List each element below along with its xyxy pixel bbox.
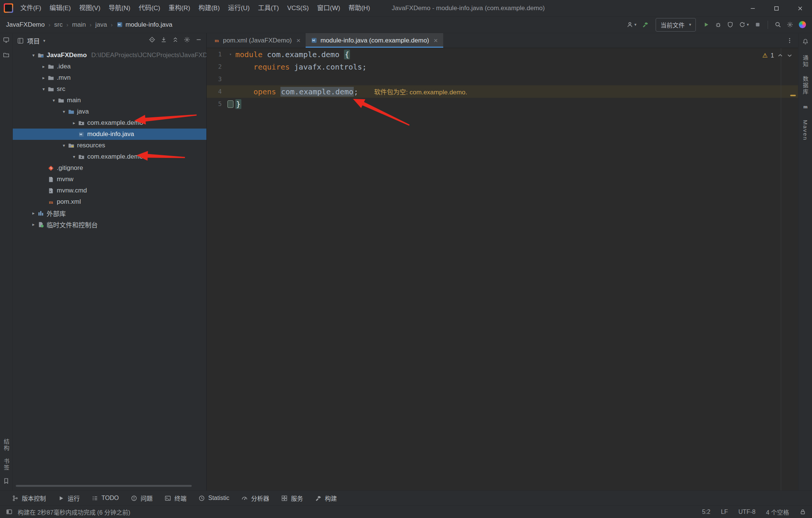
tree-toggle-icon[interactable]: ▸ [29,222,38,227]
build-project-button[interactable] [642,21,648,28]
breadcrumb-item[interactable]: java [95,21,107,29]
tool-window-button[interactable]: 终端 [159,494,192,503]
chevron-down-icon[interactable]: ▾ [43,38,45,43]
previous-problem-icon[interactable] [777,52,783,59]
tree-item[interactable]: module-info.java [13,129,206,140]
editor-tab[interactable]: mpom.xml (JavaFXDemo)× [208,33,306,48]
close-tab-icon[interactable]: × [434,37,438,44]
tool-window-button[interactable]: 数据库 [801,76,809,95]
tool-window-button[interactable]: Maven [802,120,809,141]
minimize-button[interactable] [741,0,765,17]
tool-window-button[interactable]: 运行 [52,494,86,503]
breadcrumb-item[interactable]: module-info.java [117,21,173,29]
menu-item[interactable]: 导航(N) [105,0,135,17]
scroll-to-source-button[interactable] [161,36,167,45]
tree-toggle-icon[interactable]: ▸ [70,120,78,126]
tree-item[interactable]: ▾resources [13,140,206,151]
tree-toggle-icon[interactable]: ▸ [39,75,48,80]
tree-toggle-icon[interactable]: ▾ [39,86,48,92]
stop-button[interactable] [754,21,761,28]
project-panel-title[interactable]: 项目 [27,36,40,45]
line-separator[interactable]: LF [721,509,728,515]
tree-toggle-icon[interactable]: ▾ [29,53,38,58]
tree-item[interactable]: ▸临时文件和控制台 [13,219,206,230]
menu-item[interactable]: 重构(R) [164,0,194,17]
ide-features-trainer-button[interactable] [799,21,806,28]
tree-item[interactable]: .gitignore [13,162,206,174]
tree-item[interactable]: ▸.mvn [13,72,206,83]
folder-tool-button[interactable] [3,52,9,60]
tool-window-button[interactable]: 问题 [125,494,159,503]
close-tab-icon[interactable]: × [296,37,300,44]
project-tool-button[interactable] [3,37,9,45]
tree-toggle-icon[interactable]: ▾ [60,109,68,114]
tree-item[interactable]: mvnw.cmd [13,185,206,196]
menu-item[interactable]: VCS(S) [283,0,313,17]
tree-item[interactable]: mvnw [13,174,206,185]
file-encoding[interactable]: UTF-8 [738,509,755,515]
tree-toggle-icon[interactable]: ▾ [70,154,78,159]
profile-menu-button[interactable]: ▾ [627,21,636,28]
lock-icon[interactable] [800,509,806,515]
caret-position[interactable]: 5:2 [702,509,710,515]
tool-window-button[interactable]: 版本控制 [6,494,52,503]
tree-toggle-icon[interactable]: ▸ [39,64,48,69]
maven-tool-button[interactable]: m [802,103,809,112]
menu-item[interactable]: 工具(T) [254,0,283,17]
tool-window-button[interactable]: 结构 [2,439,10,451]
indent-style[interactable]: 4 个空格 [766,507,789,516]
tool-window-button[interactable]: TODO [86,495,125,501]
tree-item[interactable]: ▾src [13,83,206,95]
horizontal-scrollbar-thumb[interactable] [16,485,192,487]
settings-button[interactable] [787,21,793,28]
error-stripe-warning-mark[interactable] [790,95,796,96]
menu-item[interactable]: 视图(V) [75,0,105,17]
menu-item[interactable]: 代码(C) [135,0,165,17]
tree-toggle-icon[interactable]: ▸ [29,211,38,216]
bookmarks-button[interactable] [3,478,9,486]
tree-item[interactable]: ▸.idea [13,61,206,72]
code-editor[interactable]: 1▾module com.example.demo {2 requires ja… [207,48,798,491]
breadcrumb-item[interactable]: JavaFXDemo [6,21,45,29]
coverage-button[interactable] [727,21,733,28]
search-everywhere-button[interactable] [775,21,781,28]
inspections-widget[interactable]: ⚠ 1 [762,52,793,59]
hide-panel-button[interactable] [195,36,202,45]
menu-item[interactable]: 窗口(W) [313,0,344,17]
tab-options-icon[interactable] [786,37,793,44]
tree-item[interactable]: ▸外部库 [13,208,206,219]
select-opened-file-button[interactable] [149,36,155,45]
tree-toggle-icon[interactable]: ▾ [50,98,58,103]
tool-window-button[interactable]: 通知 [801,55,809,68]
tree-toggle-icon[interactable]: ▾ [60,143,68,148]
notifications-button[interactable] [802,38,809,47]
tree-item[interactable]: mpom.xml [13,196,206,208]
tool-window-layout-icon[interactable] [6,509,12,515]
close-button[interactable] [788,0,812,17]
view-options-button[interactable] [184,36,190,45]
tree-item[interactable]: ▾main [13,95,206,106]
collapse-all-button[interactable] [172,36,179,45]
menu-item[interactable]: 运行(U) [224,0,254,17]
menu-item[interactable]: 编辑(E) [45,0,75,17]
tree-item[interactable]: ▾java [13,106,206,117]
run-button[interactable] [703,21,709,28]
tool-window-button[interactable]: 服务 [275,494,309,503]
run-configurations-select[interactable]: 当前文件▾ [656,18,696,32]
tool-window-button[interactable]: 书签 [2,458,10,471]
tree-item[interactable]: ▾com.example.demo [13,151,206,162]
breadcrumb-item[interactable]: main [72,21,86,29]
menu-item[interactable]: 文件(F) [16,0,45,17]
debug-button[interactable] [715,21,721,28]
menu-item[interactable]: 帮助(H) [344,0,374,17]
tool-window-button[interactable]: Statistic [192,495,235,501]
tool-window-button[interactable]: 分析器 [235,494,275,503]
tool-window-button[interactable]: 构建 [309,494,343,503]
editor-tab[interactable]: module-info.java (com.example.demo)× [306,33,443,48]
tree-item[interactable]: ▸com.example.demo [13,117,206,129]
next-problem-icon[interactable] [786,52,793,59]
breadcrumb-item[interactable]: src [54,21,63,29]
profiler-button[interactable]: ▾ [739,21,749,28]
maximize-button[interactable] [765,0,788,17]
tree-item[interactable]: ▾JavaFXDemoD:\IDEAProjects\JCNCProjects\… [13,50,206,61]
